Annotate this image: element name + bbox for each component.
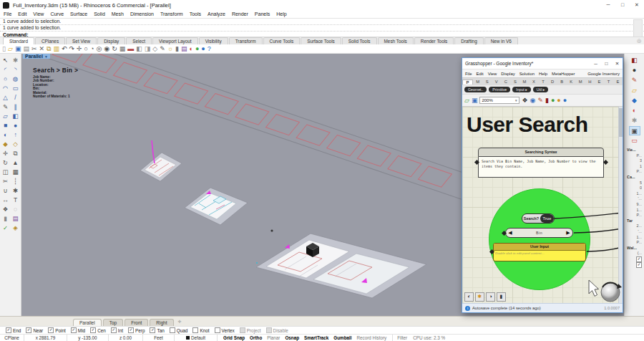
toolbar-tab-solid-tools[interactable]: Solid Tools: [342, 37, 377, 44]
open-file-icon[interactable]: ▱: [8, 45, 13, 52]
menu-item-tools[interactable]: Tools: [190, 11, 201, 16]
gh-wire-display-icon[interactable]: ◑: [486, 292, 495, 302]
menu-item-edit[interactable]: Edit: [18, 11, 26, 16]
gh-subcategory-input[interactable]: Input ▸: [512, 87, 531, 92]
gh-component-tab-2[interactable]: S: [482, 80, 492, 84]
dock-prop-checkbox[interactable]: [627, 262, 642, 268]
light-icon[interactable]: ☼: [167, 45, 173, 52]
dock-prop-9[interactable]: 9...: [627, 202, 642, 208]
circle-tool-icon[interactable]: ○: [1, 75, 11, 84]
menu-item-analyze[interactable]: Analyze: [208, 11, 225, 16]
menu-item-mesh[interactable]: Mesh: [112, 11, 124, 16]
menu-item-file[interactable]: File: [4, 11, 11, 16]
gh-component-tab-8[interactable]: T: [539, 80, 548, 84]
dimension-tool-icon[interactable]: ↔: [1, 196, 11, 205]
toolbar-tab-render-tools[interactable]: Render Tools: [414, 37, 454, 44]
gh-canvas-settings-icon[interactable]: ▮: [497, 292, 506, 302]
menu-item-panels[interactable]: Panels: [255, 11, 270, 16]
status-toggle-planar[interactable]: Planar: [267, 335, 280, 340]
menu-item-view[interactable]: View: [33, 11, 44, 16]
toolbar-tab-new-in-v6[interactable]: New in V6: [484, 37, 518, 44]
paste-icon[interactable]: ▥: [53, 45, 59, 52]
gh-subcategory-primitive[interactable]: Primitive: [489, 87, 510, 92]
gh-component-tab-6[interactable]: M: [519, 80, 529, 84]
gh-title-bar[interactable]: Grasshopper - Google Inventory* ─ □ ✕: [462, 58, 623, 69]
gh-component-tab-11[interactable]: K: [567, 80, 576, 84]
gh-menu-item-view[interactable]: View: [488, 72, 497, 76]
gh-zoom-extents-icon[interactable]: ❖: [522, 97, 527, 104]
fillet-tool-icon[interactable]: ◆: [1, 140, 11, 149]
gh-material-book-icon[interactable]: ▮: [545, 97, 549, 104]
move-tool-icon[interactable]: ✛: [1, 149, 11, 158]
gh-close-icon[interactable]: ✕: [612, 59, 623, 68]
gh-component-tab-14[interactable]: E: [595, 80, 604, 84]
viewport-tab-front[interactable]: Front: [125, 319, 148, 326]
hide-object-icon[interactable]: ▬: [127, 45, 134, 52]
active-layer-button[interactable]: Default: [175, 335, 218, 341]
osnap-cen[interactable]: Cen: [90, 327, 106, 333]
toolbar-gear-icon[interactable]: ◎: [637, 38, 641, 44]
line-tool-icon[interactable]: /: [11, 93, 21, 102]
new-viewport-tab-icon[interactable]: ✛: [178, 319, 182, 324]
close-icon[interactable]: ✕: [630, 1, 644, 9]
gh-component-tab-15[interactable]: T: [604, 80, 613, 84]
gh-menu-item-display[interactable]: Display: [501, 72, 514, 76]
gh-save-definition-icon[interactable]: ▣: [472, 97, 478, 104]
osnap-vertex[interactable]: Vertex: [215, 327, 235, 333]
dock-prop-[interactable]: '...: [627, 229, 642, 235]
split-tool-icon[interactable]: ┆: [11, 177, 21, 186]
display-panel-icon[interactable]: ◐: [629, 106, 640, 115]
gh-sketch-icon[interactable]: ✎: [537, 97, 543, 104]
status-toggle-ortho[interactable]: Ortho: [250, 335, 262, 340]
osnap-mid[interactable]: Mid: [71, 327, 85, 333]
osnap-tan[interactable]: Tan: [150, 327, 164, 333]
rectangle-tool-icon[interactable]: ▭: [11, 84, 21, 93]
dock-prop-[interactable]: '...: [627, 196, 642, 202]
dock-prop-5[interactable]: 5: [627, 181, 642, 186]
surface-tool-icon[interactable]: ▱: [1, 112, 11, 121]
copy-tool-icon[interactable]: ⧉: [11, 149, 21, 158]
gh-component-tab-9[interactable]: D: [548, 80, 557, 84]
viewport-layout-icon[interactable]: ▦: [119, 45, 126, 52]
dock-prop-p[interactable]: P...: [627, 213, 642, 218]
menu-item-surface[interactable]: Surface: [70, 11, 87, 16]
dock-prop-p[interactable]: P...: [627, 240, 642, 246]
gh-subcategory-util[interactable]: Util ▸: [533, 87, 549, 92]
osnap-int[interactable]: Int: [111, 327, 123, 333]
dock-prop-1[interactable]: 1...: [627, 208, 642, 213]
status-toggle-smarttrack[interactable]: SmartTrack: [304, 335, 328, 340]
minimize-icon[interactable]: ─: [601, 1, 615, 9]
interpcurve-tool-icon[interactable]: ◝: [11, 65, 21, 75]
gh-canvas[interactable]: User Search Searching Syntax Search Via …: [462, 107, 623, 303]
ghosted-view-icon[interactable]: ◨: [145, 45, 151, 52]
ellipse-tool-icon[interactable]: ◍: [11, 75, 21, 84]
point-tool-icon[interactable]: ✱: [11, 56, 21, 65]
status-toggle-grid-snap[interactable]: Grid Snap: [223, 335, 245, 340]
toolbar-tab-curve-tools[interactable]: Curve Tools: [263, 37, 301, 44]
gh-component-tab-0[interactable]: P: [462, 80, 473, 85]
command-scrollbar[interactable]: [633, 19, 643, 37]
boolean-tool-icon[interactable]: ◐: [1, 130, 11, 140]
gh-component-tab-13[interactable]: H: [585, 80, 595, 84]
osnap-quad[interactable]: Quad: [170, 327, 188, 333]
layer-tool-icon[interactable]: ▤: [11, 214, 21, 224]
misc-tool-icon[interactable]: ◈: [11, 224, 21, 233]
gh-component-tab-1[interactable]: M: [473, 80, 482, 84]
layers-icon[interactable]: ▤: [181, 45, 187, 52]
join-tool-icon[interactable]: ∪: [1, 186, 11, 196]
curve-tool-icon[interactable]: ◜: [1, 65, 11, 75]
print-icon[interactable]: ▤: [23, 45, 29, 52]
camera-panel-icon[interactable]: ▣: [629, 126, 640, 135]
trim-tool-icon[interactable]: ✂: [1, 177, 11, 186]
toolbar-tab-standard[interactable]: Standard: [3, 37, 34, 44]
dock-prop-0[interactable]: 0: [627, 186, 642, 191]
toolbar-tab-visibility[interactable]: Visibility: [199, 37, 228, 44]
hide-tool-icon[interactable]: ◌: [11, 205, 21, 214]
gh-zoom-dropdown[interactable]: 200%▼: [479, 97, 519, 104]
zoom-selected-icon[interactable]: ◉: [104, 45, 109, 52]
annotate-icon[interactable]: ✎: [160, 45, 165, 52]
earth-icon[interactable]: ●: [201, 45, 205, 52]
dock-prop-1[interactable]: 1: [627, 164, 642, 170]
save-icon[interactable]: ▣: [15, 45, 21, 52]
box-tool-icon[interactable]: ■: [1, 121, 11, 130]
